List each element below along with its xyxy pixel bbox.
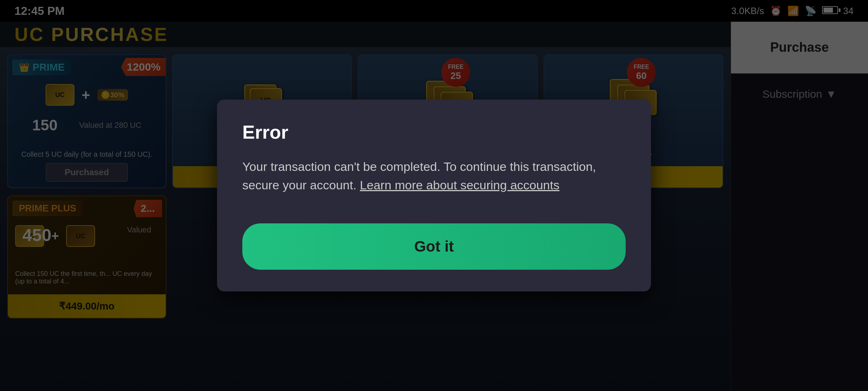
error-dialog: Error Your transaction can't be complete… — [217, 100, 651, 291]
got-it-button[interactable]: Got it — [242, 223, 626, 270]
error-message: Your transaction can't be completed. To … — [242, 157, 626, 194]
learn-more-link[interactable]: Learn more about securing accounts — [360, 178, 559, 192]
error-title: Error — [242, 121, 626, 143]
